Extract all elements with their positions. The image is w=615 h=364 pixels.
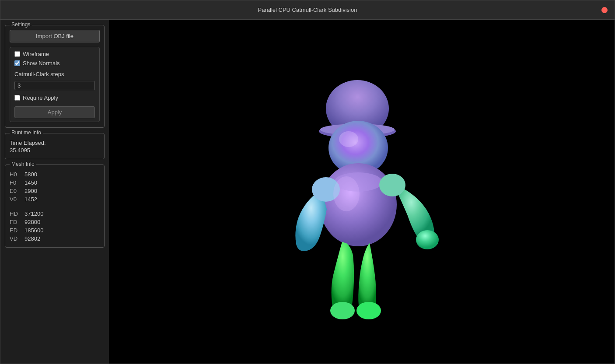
settings-group-title: Settings xyxy=(10,21,32,28)
steps-row xyxy=(14,81,95,90)
require-apply-checkbox[interactable] xyxy=(14,95,20,101)
svg-point-13 xyxy=(333,176,360,211)
wireframe-label: Wireframe xyxy=(23,51,49,57)
mesh-original-rows: H0 5800 F0 1450 E0 2900 V0 1452 xyxy=(10,171,100,203)
mesh-divider xyxy=(10,203,100,209)
mesh-info-title: Mesh Info xyxy=(10,161,36,167)
mesh-h0-value: 5800 xyxy=(24,171,37,178)
mesh-row-vd: VD 92802 xyxy=(10,235,100,242)
runtime-info-title: Runtime Info xyxy=(10,130,43,136)
mesh-subdivided-rows: HD 371200 FD 92800 ED 185600 VD 92802 xyxy=(10,210,100,242)
import-obj-button[interactable]: Import OBJ file xyxy=(10,30,100,42)
mesh-row-f0: F0 1450 xyxy=(10,179,100,186)
apply-button[interactable]: Apply xyxy=(14,106,95,118)
close-button[interactable] xyxy=(601,7,608,13)
require-apply-label: Require Apply xyxy=(23,94,58,101)
mesh-f0-value: 1450 xyxy=(24,179,37,186)
svg-point-9 xyxy=(379,174,405,196)
content-area: Settings Import OBJ file Wireframe Show … xyxy=(0,20,615,364)
wireframe-checkbox[interactable] xyxy=(14,51,20,57)
mesh-hd-value: 371200 xyxy=(24,210,43,217)
require-apply-row[interactable]: Require Apply xyxy=(14,94,95,101)
main-window: Parallel CPU Catmull-Clark Subdivision S… xyxy=(0,0,615,364)
time-elapsed-label: Time Elapsed: xyxy=(10,140,100,146)
mesh-fd-label: FD xyxy=(10,219,22,225)
show-normals-checkbox[interactable] xyxy=(14,60,20,66)
mesh-row-e0: E0 2900 xyxy=(10,188,100,194)
show-normals-label: Show Normals xyxy=(23,60,60,66)
mesh-e0-label: E0 xyxy=(10,188,22,194)
svg-point-10 xyxy=(416,230,439,249)
mesh-f0-label: F0 xyxy=(10,179,22,186)
time-elapsed-value: 35.4095 xyxy=(10,147,100,154)
mesh-ed-label: ED xyxy=(10,227,22,234)
mesh-fd-value: 92800 xyxy=(24,219,40,225)
titlebar: Parallel CPU Catmull-Clark Subdivision xyxy=(0,0,615,20)
model-container xyxy=(109,20,615,364)
options-box: Wireframe Show Normals Catmull-Clark ste… xyxy=(10,47,100,122)
mesh-row-ed: ED 185600 xyxy=(10,227,100,234)
model-svg xyxy=(257,60,467,323)
steps-input[interactable] xyxy=(14,81,95,90)
viewport[interactable] xyxy=(109,20,615,364)
steps-label: Catmull-Clark steps xyxy=(14,71,95,77)
mesh-row-fd: FD 92800 xyxy=(10,219,100,225)
svg-point-12 xyxy=(356,302,381,319)
svg-point-11 xyxy=(330,302,355,319)
mesh-h0-label: H0 xyxy=(10,171,22,178)
mesh-v0-label: V0 xyxy=(10,196,22,203)
runtime-info-group: Runtime Info Time Elapsed: 35.4095 xyxy=(5,133,105,159)
mesh-vd-value: 92802 xyxy=(24,235,40,242)
mesh-v0-value: 1452 xyxy=(24,196,37,203)
left-panel: Settings Import OBJ file Wireframe Show … xyxy=(0,20,109,364)
mesh-hd-label: HD xyxy=(10,210,22,217)
mesh-info-group: Mesh Info H0 5800 F0 1450 E0 2900 xyxy=(5,164,105,248)
show-normals-checkbox-row[interactable]: Show Normals xyxy=(14,60,95,66)
mesh-e0-value: 2900 xyxy=(24,188,37,194)
svg-point-14 xyxy=(339,131,358,147)
window-title: Parallel CPU Catmull-Clark Subdivision xyxy=(258,7,357,13)
mesh-row-h0: H0 5800 xyxy=(10,171,100,178)
settings-group: Settings Import OBJ file Wireframe Show … xyxy=(5,25,105,128)
mesh-row-v0: V0 1452 xyxy=(10,196,100,203)
mesh-ed-value: 185600 xyxy=(24,227,43,234)
mesh-vd-label: VD xyxy=(10,235,22,242)
mesh-row-hd: HD 371200 xyxy=(10,210,100,217)
wireframe-checkbox-row[interactable]: Wireframe xyxy=(14,51,95,57)
